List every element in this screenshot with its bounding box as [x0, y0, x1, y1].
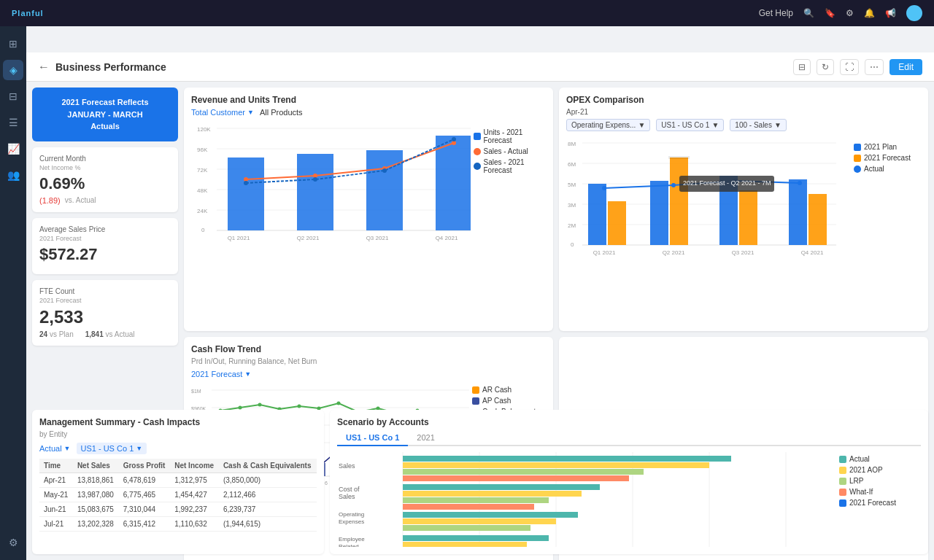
- cell-time: Apr-21: [39, 473, 73, 488]
- legend-scenario-forecast: 2021 Forecast: [839, 499, 896, 507]
- net-income-value: 0.69%: [39, 174, 171, 193]
- fullscreen-button[interactable]: ⛶: [840, 59, 859, 75]
- svg-point-56: [671, 183, 676, 187]
- total-customer-filter[interactable]: Total Customer ▼: [191, 108, 254, 117]
- tab-us1[interactable]: US1 - US Co 1: [337, 430, 408, 446]
- svg-rect-159: [403, 504, 534, 510]
- mgmt-filters: Actual ▼ US1 - US Co 1 ▼: [39, 443, 317, 454]
- cashflow-filter-btn[interactable]: 2021 Forecast ▼: [191, 370, 251, 378]
- search-icon[interactable]: 🔍: [803, 8, 814, 18]
- cell-gross-profit: 7,310,044: [119, 502, 171, 517]
- svg-text:Employee: Employee: [339, 536, 365, 542]
- legend-actual: Actual: [854, 165, 911, 173]
- revenue-card: Revenue and Units Trend Total Customer ▼…: [184, 88, 553, 331]
- sidebar-grid[interactable]: ⊟: [3, 86, 23, 106]
- fte-sublabel: 2021 Forecast: [39, 297, 171, 304]
- current-month-label: Current Month: [39, 155, 171, 163]
- view-toggle-button[interactable]: ⊟: [793, 59, 811, 75]
- avg-sales-label: Average Sales Price: [39, 225, 171, 233]
- legend-scenario-aop: 2021 AOP: [839, 466, 896, 474]
- legend-scenario-lrp: LRP: [839, 477, 896, 485]
- avg-sales-value: $572.27: [39, 245, 171, 264]
- svg-text:72K: 72K: [197, 167, 208, 174]
- sidebar-list[interactable]: ☰: [3, 112, 23, 133]
- avg-sales-card: Average Sales Price 2021 Forecast $572.2…: [32, 218, 178, 274]
- top-nav-left: Planful: [12, 9, 44, 18]
- svg-text:Expenses: Expenses: [339, 518, 364, 525]
- sidebar-chart[interactable]: ◈: [3, 60, 23, 80]
- mgmt-filter1[interactable]: Actual ▼: [39, 444, 71, 453]
- management-summary-card: Management Summary - Cash Impacts by Ent…: [32, 410, 324, 554]
- svg-rect-164: [403, 542, 527, 547]
- legend-scenario-actual: Actual: [839, 455, 896, 463]
- svg-rect-46: [588, 184, 606, 245]
- cell-net-income: 1,992,237: [170, 502, 219, 517]
- refresh-button[interactable]: ↻: [817, 59, 834, 75]
- opex-card: OPEX Comparison Apr-21 Operating Expens.…: [559, 88, 928, 331]
- scenario-legend: Actual 2021 AOP LRP What-If: [839, 455, 896, 547]
- svg-point-116: [337, 402, 341, 405]
- forecast-line3: Actuals: [41, 120, 169, 133]
- svg-text:Related: Related: [339, 543, 359, 547]
- svg-text:5M: 5M: [568, 182, 576, 188]
- header-right: ⊟ ↻ ⛶ ⋯ Edit: [793, 59, 922, 75]
- sidebar-home[interactable]: ⊞: [3, 34, 23, 54]
- more-options-button[interactable]: ⋯: [865, 59, 884, 75]
- svg-text:Cost of: Cost of: [339, 486, 360, 493]
- cell-gross-profit: 6,775,465: [119, 488, 171, 502]
- svg-text:Q4 2021: Q4 2021: [801, 249, 824, 256]
- svg-rect-154: [403, 469, 644, 475]
- svg-point-26: [313, 177, 317, 182]
- svg-text:2021 Forecast - Q2 2021 - 7M: 2021 Forecast - Q2 2021 - 7M: [683, 179, 771, 187]
- cell-cash: (1,944,615): [219, 517, 317, 532]
- legend-sales-actual: Sales - Actual: [474, 147, 546, 155]
- back-button[interactable]: ←: [38, 61, 50, 74]
- revenue-chart: 120K 96K 72K 48K 24K 0 70M 56M 42M 28M 1…: [191, 121, 471, 245]
- scenario-chart: Sales Cost of Sales Operating Expenses E…: [337, 452, 833, 547]
- mgmt-filter2[interactable]: US1 - US Co 1 ▼: [77, 443, 147, 454]
- opex-filter2[interactable]: US1 - US Co 1 ▼: [656, 119, 724, 131]
- mgmt-subtitle: by Entity: [39, 430, 317, 438]
- bell-icon[interactable]: 🔔: [864, 8, 875, 18]
- svg-rect-18: [297, 154, 333, 230]
- sidebar-activity[interactable]: 📈: [3, 139, 23, 159]
- forecast-line1: 2021 Forecast Reflects: [41, 96, 169, 109]
- sidebar-users[interactable]: 👥: [3, 165, 23, 185]
- col-time: Time: [39, 459, 73, 473]
- cell-gross-profit: 6,478,619: [119, 473, 171, 488]
- svg-point-112: [258, 403, 262, 407]
- svg-rect-163: [403, 535, 549, 541]
- app-logo: Planful: [12, 9, 44, 18]
- svg-rect-160: [403, 512, 578, 518]
- tab-2021[interactable]: 2021: [408, 430, 443, 446]
- notification-icon[interactable]: 📢: [885, 8, 896, 18]
- sidebar: ⊞ ◈ ⊟ ☰ 📈 👥 ⚙: [0, 26, 26, 560]
- opex-filter3[interactable]: 100 - Sales ▼: [730, 119, 787, 131]
- svg-rect-49: [670, 158, 688, 245]
- table-row: Apr-21 13,818,861 6,478,619 1,312,975 (3…: [39, 473, 317, 488]
- user-avatar[interactable]: [906, 5, 922, 21]
- cell-net-sales: 13,818,861: [73, 473, 119, 488]
- cell-cash: (3,850,000): [219, 473, 317, 488]
- opex-date: Apr-21: [566, 108, 921, 116]
- get-help-link[interactable]: Get Help: [759, 8, 793, 18]
- cell-time: Jul-21: [39, 517, 73, 532]
- sidebar-settings[interactable]: ⚙: [3, 532, 23, 553]
- svg-rect-19: [366, 150, 403, 230]
- all-products-filter[interactable]: All Products: [260, 108, 303, 117]
- scenario-title: Scenario by Accounts: [337, 417, 921, 427]
- edit-button[interactable]: Edit: [889, 59, 922, 75]
- svg-point-114: [298, 405, 301, 408]
- svg-text:Sales: Sales: [339, 462, 355, 470]
- svg-rect-155: [403, 475, 629, 481]
- col-net-sales: Net Sales: [73, 459, 119, 473]
- svg-text:8M: 8M: [568, 141, 576, 147]
- legend-scenario-whatif: What-If: [839, 488, 896, 496]
- settings-icon[interactable]: ⚙: [846, 8, 854, 18]
- svg-rect-158: [403, 497, 549, 503]
- bookmark-icon[interactable]: 🔖: [825, 8, 835, 18]
- svg-text:Q4 2021: Q4 2021: [436, 235, 458, 241]
- fte-vs-actual: 1,841 vs Actual: [85, 330, 135, 338]
- svg-text:Q2 2021: Q2 2021: [663, 249, 685, 256]
- opex-filter1[interactable]: Operating Expens... ▼: [566, 119, 650, 131]
